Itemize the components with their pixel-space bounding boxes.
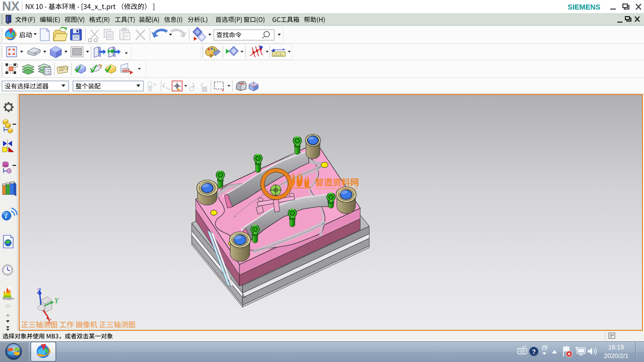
svg-text:Z: Z <box>37 287 41 295</box>
svg-text:SIEMENS: SIEMENS <box>568 3 601 11</box>
svg-text:ABC: ABC <box>123 69 130 72</box>
svg-text:NX: NX <box>2 0 20 13</box>
svg-text:?: ? <box>532 348 536 355</box>
svg-text:INTELLIGENT MANUFACTURING DATA: INTELLIGENT MANUFACTURING DATA <box>315 188 358 190</box>
svg-text:16:19: 16:19 <box>608 344 624 351</box>
svg-text:i: i <box>5 212 7 220</box>
svg-text:2020/2/1: 2020/2/1 <box>604 352 628 359</box>
